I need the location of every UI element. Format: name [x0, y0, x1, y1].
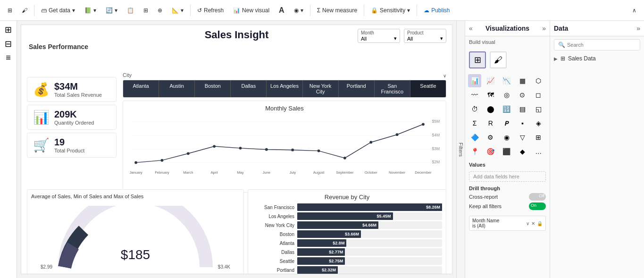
nav-model-btn[interactable]: ≡: [6, 53, 11, 63]
city-tab-dallas[interactable]: Dallas: [231, 80, 267, 97]
get-data-btn[interactable]: 🗃 Get data ▾: [37, 5, 79, 16]
viz-grid-item-10[interactable]: ⏱: [468, 102, 481, 116]
nav-brush-btn[interactable]: 🖌: [18, 5, 31, 16]
viz-grid-item-18[interactable]: ▪: [516, 117, 529, 130]
viz-nav-back[interactable]: «: [469, 25, 473, 32]
sales-data-item[interactable]: ▶ ⊞ Sales Data: [550, 53, 644, 64]
viz-grid-item-29[interactable]: …: [532, 145, 545, 158]
bar-track: $2.8M: [297, 239, 442, 247]
viz-grid-item-28[interactable]: ◆: [516, 145, 529, 158]
products-value: 19: [54, 137, 84, 148]
filter-chip-lock[interactable]: 🔒: [537, 221, 543, 226]
bar-city-label: Boston: [252, 232, 294, 237]
excel-btn[interactable]: 📗 ▾: [81, 5, 100, 16]
viz-paint-icon[interactable]: 🖌: [490, 51, 507, 68]
viz-grid-item-3[interactable]: ▦: [516, 74, 529, 87]
viz-grid-item-2[interactable]: 📉: [500, 74, 513, 87]
filter-chip-expand[interactable]: ∨: [526, 221, 529, 226]
viz-grid-item-0[interactable]: 📊: [468, 74, 481, 87]
viz-grid-item-20[interactable]: 🔷: [468, 131, 481, 144]
svg-point-12: [239, 147, 242, 150]
cross-report-label: Cross-report: [469, 194, 498, 200]
chevron-icon: ∧: [632, 7, 636, 14]
viz-grid-item-19[interactable]: ◈: [532, 117, 545, 130]
paste-btn[interactable]: 📋: [123, 5, 138, 16]
text-btn[interactable]: A: [275, 4, 288, 17]
city-tab-new-york-city[interactable]: New York City: [303, 80, 339, 97]
publish-btn[interactable]: ☁ Publish: [420, 5, 453, 16]
product-filter[interactable]: Product All ▾: [404, 29, 446, 43]
shapes-arrow: ▾: [301, 7, 303, 14]
bar-city-label: Dallas: [252, 250, 294, 255]
add-fields-btn[interactable]: Add data fields here: [469, 171, 546, 182]
city-tab-seattle[interactable]: Seattle: [410, 80, 446, 97]
refresh2-btn[interactable]: 🔄 ▾: [102, 5, 121, 16]
filter-row: Month All ▾ Product All ▾: [358, 29, 446, 43]
revenue-icon: 💰: [33, 82, 50, 97]
viz-table-icon[interactable]: ⊞: [469, 51, 486, 68]
svg-point-16: [343, 157, 346, 160]
month-filter[interactable]: Month All ▾: [358, 29, 400, 43]
viz-grid-item-4[interactable]: ⬡: [532, 74, 545, 87]
nav-data-btn[interactable]: ⊟: [5, 39, 12, 49]
svg-text:February: February: [155, 170, 169, 175]
viz-grid-item-24[interactable]: ⊞: [532, 131, 545, 144]
filter-chip-clear[interactable]: ✕: [531, 221, 535, 226]
publish-icon: ☁: [424, 7, 429, 14]
city-tab-los-angeles[interactable]: Los Angeles: [267, 80, 302, 97]
new-visual-btn[interactable]: 📊 New visual: [229, 5, 273, 16]
new-measure-label: New measure: [322, 7, 357, 14]
table-btn[interactable]: ⊞: [140, 5, 152, 16]
bar-city-label: San Francisco: [252, 205, 294, 210]
viz-grid-item-11[interactable]: ⬤: [484, 102, 497, 116]
data-panel-header: Data »: [550, 21, 644, 36]
expand-icon: ▶: [554, 56, 558, 61]
viz-grid-item-1[interactable]: 📈: [484, 74, 497, 87]
cross-report-toggle[interactable]: [529, 193, 546, 201]
city-tab-atlanta[interactable]: Atlanta: [123, 80, 159, 97]
viz-grid-item-9[interactable]: ◻: [532, 88, 545, 101]
viz-grid-item-21[interactable]: ⚙: [484, 131, 497, 144]
viz-grid-item-7[interactable]: ◎: [500, 88, 513, 101]
city-tab-san-francisco[interactable]: San Francisco: [375, 80, 410, 97]
data-search-input[interactable]: [567, 42, 636, 48]
collapse-btn[interactable]: ∧: [628, 5, 640, 16]
viz-nav-forward[interactable]: »: [542, 25, 546, 32]
target-btn[interactable]: ⊕: [154, 5, 166, 16]
filters-panel[interactable]: Filters: [456, 21, 465, 278]
viz-grid-item-14[interactable]: ◱: [532, 102, 545, 116]
bar-row-7: Portland $2.32M: [252, 266, 442, 274]
shapes-btn[interactable]: ◉ ▾: [290, 5, 307, 16]
viz-grid-item-17[interactable]: 𝙋: [500, 117, 513, 130]
viz-grid-item-5[interactable]: 〰: [468, 88, 481, 101]
bar-fill: $3.66M: [297, 230, 361, 238]
data-panel-expand[interactable]: »: [636, 25, 640, 32]
refresh-btn[interactable]: ↺ Refresh: [193, 5, 227, 16]
viz-grid-item-15[interactable]: Σ: [468, 117, 481, 130]
new-measure-btn[interactable]: Σ New measure: [313, 5, 361, 16]
nav-report-btn[interactable]: ⊞: [5, 25, 12, 35]
gauge-panel: Average of Sales, Min of Sales and Max o…: [27, 189, 244, 274]
viz-grid-item-27[interactable]: ⬛: [500, 145, 513, 158]
viz-grid-item-25[interactable]: 📍: [468, 145, 481, 158]
viz-grid-item-22[interactable]: ◉: [500, 131, 513, 144]
city-tab-boston[interactable]: Boston: [195, 80, 231, 97]
viz-grid-item-23[interactable]: ▽: [516, 131, 529, 144]
viz-grid-item-16[interactable]: R: [484, 117, 497, 130]
viz-grid-item-12[interactable]: 🔢: [500, 102, 513, 116]
keep-filters-toggle[interactable]: [529, 202, 546, 210]
bar-row-2: New York City $4.66M: [252, 221, 442, 229]
city-expand-icon[interactable]: ∨: [443, 73, 446, 78]
viz-grid-item-26[interactable]: 🎯: [484, 145, 497, 158]
format-btn[interactable]: 📐 ▾: [168, 5, 187, 16]
city-tab-austin[interactable]: Austin: [159, 80, 195, 97]
viz-grid-item-8[interactable]: ⊙: [516, 88, 529, 101]
viz-grid-item-6[interactable]: 🗺: [484, 88, 497, 101]
refresh2-icon: 🔄: [106, 7, 113, 14]
city-tab-portland[interactable]: Portland: [339, 80, 375, 97]
nav-grid-btn[interactable]: ⊞: [4, 5, 16, 16]
sep2: [190, 5, 191, 16]
sensitivity-btn[interactable]: 🔒 Sensitivity ▾: [367, 5, 414, 16]
viz-grid-item-13[interactable]: ▤: [516, 102, 529, 116]
filter-chip: Month Name is (All) ∨ ✕ 🔒: [469, 216, 546, 231]
